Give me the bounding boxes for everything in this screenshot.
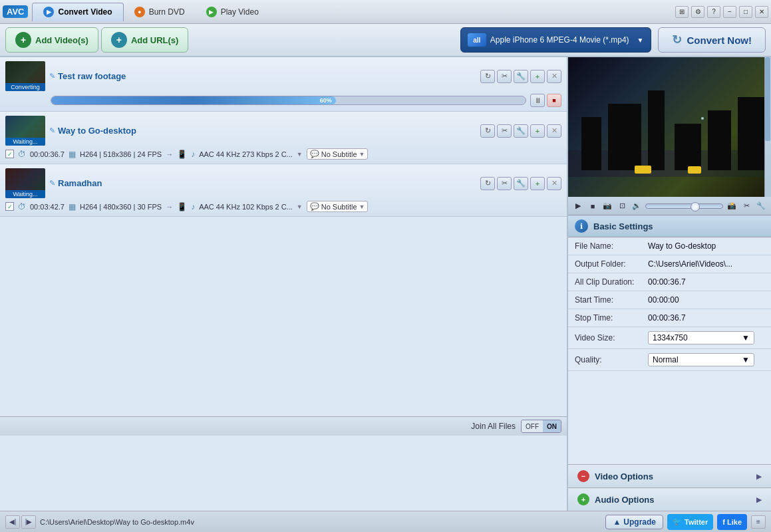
format-selector[interactable]: all Apple iPhone 6 MPEG-4 Movie (*.mp4) … [460, 27, 651, 53]
upgrade-button[interactable]: ▲ Upgrade [605, 515, 663, 529]
main-area: Converting ✎ Test raw footage ↻ ✂ 🔧 + ✕ [0, 57, 771, 511]
video-info-row-1: ✓ ⏱ 00:00:36.7 ▦ H264 | 518x386 | 24 FPS… [5, 148, 561, 160]
quality-dropdown[interactable]: Normal ▼ [648, 353, 754, 366]
tab-convert-video[interactable]: ▶ Convert Video [32, 3, 123, 21]
settings-player-btn[interactable]: 🔧 [755, 200, 767, 212]
video-title-0[interactable]: Test raw footage [58, 71, 126, 81]
video-item-left-2: Waiting... ✎ Ramadhan [5, 168, 102, 198]
stop-btn-0[interactable]: ■ [547, 94, 561, 107]
stop-player-btn[interactable]: ■ [587, 200, 599, 212]
maximize-button[interactable]: □ [739, 6, 752, 18]
setting-row-start: Start Time: 00:00:00 [568, 291, 771, 309]
video-title-1[interactable]: Way to Go-desktop [58, 126, 136, 136]
play-btn[interactable]: ▶ [572, 200, 584, 212]
item-controls-2: ↻ ✂ 🔧 + ✕ [480, 177, 561, 190]
tab-burn-dvd[interactable]: ● Burn DVD [124, 3, 196, 21]
wrench-btn-2[interactable]: 🔧 [514, 177, 528, 190]
list-view-btn[interactable]: ≡ [751, 515, 766, 529]
setting-row-quality: Quality: Normal ▼ [568, 349, 771, 371]
close-btn-2[interactable]: ✕ [547, 177, 561, 190]
join-toggle[interactable]: OFF ON [521, 420, 561, 433]
refresh-btn-0[interactable]: ↻ [480, 70, 495, 83]
edit-icon-0[interactable]: ✎ [49, 72, 55, 80]
setting-label-videosize: Video Size: [568, 327, 641, 349]
scissors-btn-0[interactable]: ✂ [497, 70, 512, 83]
preview-image [568, 57, 771, 197]
video-item-left-0: Converting ✎ Test raw footage [5, 61, 126, 91]
videosize-dropdown[interactable]: 1334x750 ▼ [648, 331, 754, 344]
format-dest-icon-1: 📱 [177, 150, 187, 159]
pause-btn-0[interactable]: ⏸ [530, 94, 545, 107]
settings-button[interactable]: ⚙ [691, 6, 704, 18]
video-options-label: Video Options [595, 471, 653, 481]
twitter-icon: 🐦 [673, 517, 682, 526]
tab-burn-label: Burn DVD [149, 7, 185, 17]
audio-options-expand-icon: ▶ [756, 496, 762, 503]
video-title-row-0: ✎ Test raw footage [49, 71, 126, 81]
refresh-btn-2[interactable]: ↻ [480, 177, 495, 190]
twitter-button[interactable]: 🐦 Twitter [667, 514, 713, 530]
video-item-header-2: Waiting... ✎ Ramadhan ↻ ✂ 🔧 + ✕ [5, 168, 561, 198]
scissors-btn-2[interactable]: ✂ [497, 177, 512, 190]
toggle-off[interactable]: OFF [522, 420, 543, 432]
checkbox-2[interactable]: ✓ [5, 202, 14, 211]
add-videos-button[interactable]: + Add Video(s) [5, 27, 98, 53]
capture-btn[interactable]: 📸 [726, 200, 738, 212]
wrench-btn-1[interactable]: 🔧 [514, 124, 528, 138]
facebook-button[interactable]: f Like [717, 514, 747, 530]
video-options-button[interactable]: − Video Options ▶ [568, 464, 771, 487]
preview-scroll-thumb[interactable] [765, 57, 770, 141]
edit-icon-1[interactable]: ✎ [49, 126, 55, 135]
preview-area [568, 57, 771, 197]
add-btn-2[interactable]: + [530, 177, 545, 190]
settings-panel: ℹ Basic Settings File Name: Way to Go-de… [568, 215, 771, 464]
tab-convert-label: Convert Video [58, 7, 112, 17]
close-button[interactable]: ✕ [755, 6, 768, 18]
audio-dropdown-arrow-1[interactable]: ▼ [297, 151, 303, 158]
setting-value-videosize: 1334x750 ▼ [641, 327, 771, 349]
toolbar: + Add Video(s) + Add URL(s) all Apple iP… [0, 24, 771, 57]
toggle-on[interactable]: ON [543, 420, 561, 432]
duration-2: 00:03:42.7 [30, 203, 65, 211]
thumb-status-2: Waiting... [5, 190, 45, 198]
add-btn-1[interactable]: + [530, 124, 545, 138]
convert-now-button[interactable]: ↻ Convert Now! [658, 27, 766, 53]
nav-prev-btn[interactable]: ◀| [5, 515, 20, 529]
scissors-btn-1[interactable]: ✂ [497, 124, 512, 138]
tab-play-video[interactable]: ▶ Play Video [196, 3, 269, 21]
aspect-btn[interactable]: ⊡ [616, 200, 628, 212]
add-url-button[interactable]: + Add URL(s) [101, 27, 189, 53]
subtitle-label-1: No Subtitle [321, 150, 357, 158]
close-btn-1[interactable]: ✕ [547, 124, 561, 138]
volume-slider[interactable] [645, 203, 723, 209]
setting-row-duration: All Clip Duration: 00:00:36.7 [568, 273, 771, 291]
arrow-2: → [166, 203, 173, 211]
subtitle-icon-1: 💬 [310, 150, 319, 158]
audio-dropdown-arrow-2[interactable]: ▼ [297, 203, 303, 210]
play-video-icon: ▶ [206, 7, 217, 17]
scissors-player-btn[interactable]: ✂ [740, 200, 752, 212]
subtitle-dropdown-1[interactable]: 💬 No Subtitle ▼ [307, 148, 369, 160]
screenshot-btn[interactable]: 📷 [601, 200, 613, 212]
setting-value-output: C:\Users\Ariel\Videos\... [641, 255, 771, 273]
video-title-2[interactable]: Ramadhan [58, 178, 102, 188]
wrench-btn-0[interactable]: 🔧 [514, 70, 528, 83]
setting-label-filename: File Name: [568, 237, 641, 255]
subtitle-dropdown-2[interactable]: 💬 No Subtitle ▼ [307, 201, 369, 212]
edit-icon-2[interactable]: ✎ [49, 179, 55, 188]
status-nav: ◀| |▶ [5, 515, 36, 529]
burn-dvd-icon: ● [134, 7, 145, 17]
add-btn-0[interactable]: + [530, 70, 545, 83]
setting-value-quality: Normal ▼ [641, 349, 771, 371]
nav-next-btn[interactable]: |▶ [21, 515, 36, 529]
minimize-button[interactable]: − [723, 6, 736, 18]
arrow-1: → [166, 150, 173, 158]
grid-button[interactable]: ⊞ [675, 6, 689, 18]
volume-knob[interactable] [691, 202, 700, 211]
setting-label-quality: Quality: [568, 349, 641, 371]
audio-options-button[interactable]: + Audio Options ▶ [568, 487, 771, 511]
help-button[interactable]: ? [707, 6, 720, 18]
close-btn-0[interactable]: ✕ [547, 70, 561, 83]
checkbox-1[interactable]: ✓ [5, 150, 14, 158]
refresh-btn-1[interactable]: ↻ [480, 124, 495, 138]
